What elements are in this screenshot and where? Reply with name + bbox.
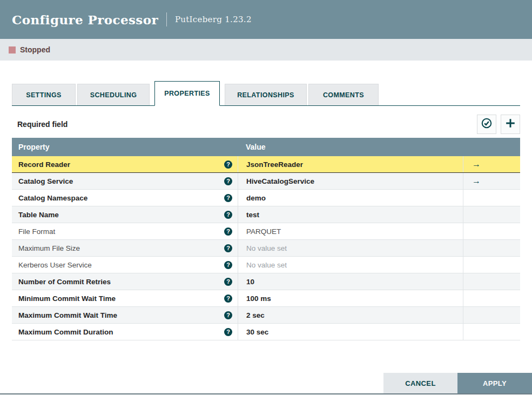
plus-icon: [504, 117, 516, 131]
stopped-status-icon: [9, 46, 16, 53]
table-row-maximum-commit-wait-time[interactable]: Maximum Commit Wait Time? 2 sec: [12, 307, 520, 324]
tab-relationships[interactable]: RELATIONSHIPS: [225, 84, 307, 105]
help-question-icon[interactable]: ?: [224, 328, 232, 336]
table-header: Property Value: [12, 138, 520, 156]
tab-relationships-label: RELATIONSHIPS: [237, 91, 294, 99]
table-row-catalog-service[interactable]: Catalog Service? HiveCatalogService →: [12, 173, 520, 190]
title-divider: [166, 12, 167, 26]
property-value-empty[interactable]: No value set: [238, 240, 463, 256]
apply-button[interactable]: APPLY: [457, 373, 532, 393]
tab-bar: SETTINGS SCHEDULING PROPERTIES RELATIONS…: [12, 71, 520, 106]
property-name: Maximum File Size: [18, 244, 80, 252]
add-property-button[interactable]: [501, 115, 520, 134]
table-row-table-name[interactable]: Table Name? test: [12, 206, 520, 223]
property-name: File Format: [18, 227, 55, 236]
table-row-record-reader[interactable]: Record Reader? JsonTreeReader →: [12, 156, 520, 173]
property-name: Minimum Commit Wait Time: [18, 294, 116, 303]
required-field-label: Required field: [12, 120, 68, 129]
property-value[interactable]: PARQUET: [238, 223, 463, 239]
cancel-button[interactable]: CANCEL: [383, 373, 457, 393]
property-name: Catalog Namespace: [18, 194, 87, 202]
table-row-catalog-namespace[interactable]: Catalog Namespace? demo: [12, 190, 520, 206]
help-question-icon[interactable]: ?: [224, 261, 232, 269]
property-name: Record Reader: [18, 160, 70, 169]
help-question-icon[interactable]: ?: [224, 244, 232, 252]
table-row-kerberos-user-service[interactable]: Kerberos User Service? No value set: [12, 257, 520, 273]
processor-name-version: PutIceberg 1.23.2: [175, 15, 252, 24]
property-value[interactable]: test: [238, 206, 463, 223]
table-row-number-of-commit-retries[interactable]: Number of Commit Retries? 10: [12, 273, 520, 290]
tab-comments-label: COMMENTS: [323, 91, 364, 99]
property-value[interactable]: HiveCatalogService: [238, 173, 463, 189]
property-value[interactable]: 100 ms: [238, 290, 463, 306]
tab-scheduling-label: SCHEDULING: [90, 91, 137, 99]
property-value[interactable]: 30 sec: [238, 324, 463, 340]
table-row-maximum-commit-duration[interactable]: Maximum Commit Duration? 30 sec: [12, 324, 520, 340]
property-name: Maximum Commit Wait Time: [18, 311, 117, 319]
property-value[interactable]: demo: [238, 190, 463, 206]
goto-service-arrow-icon[interactable]: →: [472, 159, 481, 169]
dialog-content: SETTINGS SCHEDULING PROPERTIES RELATIONS…: [0, 61, 532, 340]
tab-settings-label: SETTINGS: [26, 91, 62, 99]
dialog-bottom-border: [0, 393, 532, 394]
properties-toolbar: Required field: [12, 115, 520, 134]
tab-properties[interactable]: PROPERTIES: [154, 81, 220, 106]
column-header-property: Property: [12, 143, 238, 151]
properties-table: Property Value Record Reader? JsonTreeRe…: [12, 138, 520, 340]
property-action-buttons: [477, 115, 520, 134]
property-name: Table Name: [18, 211, 59, 219]
table-row-maximum-file-size[interactable]: Maximum File Size? No value set: [12, 240, 520, 257]
configure-processor-dialog: Configure Processor PutIceberg 1.23.2 St…: [0, 0, 532, 395]
help-question-icon[interactable]: ?: [224, 311, 232, 319]
help-question-icon[interactable]: ?: [224, 177, 232, 185]
table-row-minimum-commit-wait-time[interactable]: Minimum Commit Wait Time? 100 ms: [12, 290, 520, 307]
help-question-icon[interactable]: ?: [224, 211, 232, 219]
status-label: Stopped: [20, 45, 50, 54]
property-value[interactable]: JsonTreeReader: [238, 156, 463, 172]
dialog-footer: CANCEL APPLY: [383, 373, 532, 393]
tab-scheduling[interactable]: SCHEDULING: [77, 84, 150, 105]
status-bar: Stopped: [0, 39, 532, 61]
property-value-empty[interactable]: No value set: [238, 257, 463, 273]
help-question-icon[interactable]: ?: [224, 278, 232, 286]
dialog-header: Configure Processor PutIceberg 1.23.2: [0, 0, 532, 39]
goto-service-arrow-icon[interactable]: →: [472, 176, 481, 186]
property-value[interactable]: 2 sec: [238, 307, 463, 323]
tab-comments[interactable]: COMMENTS: [308, 84, 379, 105]
table-row-file-format[interactable]: File Format? PARQUET: [12, 223, 520, 240]
help-question-icon[interactable]: ?: [224, 194, 232, 202]
property-value[interactable]: 10: [238, 273, 463, 290]
dialog-title: Configure Processor: [12, 12, 158, 27]
property-name: Maximum Commit Duration: [18, 328, 113, 336]
property-name: Catalog Service: [18, 177, 73, 185]
tab-settings[interactable]: SETTINGS: [12, 84, 76, 105]
help-question-icon[interactable]: ?: [224, 294, 232, 303]
check-circle-icon: [481, 117, 493, 131]
help-question-icon[interactable]: ?: [224, 160, 232, 169]
verify-properties-button[interactable]: [477, 115, 496, 134]
help-question-icon[interactable]: ?: [224, 227, 232, 236]
property-name: Kerberos User Service: [18, 261, 92, 269]
property-name: Number of Commit Retries: [18, 278, 111, 286]
tab-properties-label: PROPERTIES: [164, 90, 210, 97]
column-header-value: Value: [238, 143, 463, 151]
